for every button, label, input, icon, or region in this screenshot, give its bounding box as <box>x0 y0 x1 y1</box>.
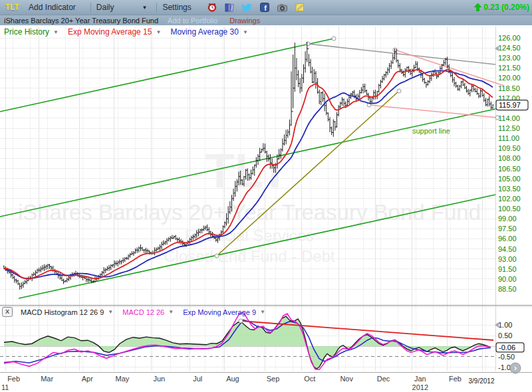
month-label: Feb <box>7 375 20 383</box>
trendline-handle[interactable] <box>495 116 499 120</box>
svg-text:108.00: 108.00 <box>498 154 521 162</box>
x-axis: FebMarAprMayJunJulAugSepOctNovDecJan2012… <box>1 375 495 391</box>
trendline <box>0 39 334 112</box>
trendline <box>308 44 495 64</box>
month-label: May <box>116 375 130 383</box>
legend-ema9[interactable]: Exp Moving Average 9 <box>183 308 256 316</box>
macd-pane: 1.000.50-0.50-1.00-0.06 <box>0 312 524 371</box>
svg-text:97.50: 97.50 <box>498 225 517 233</box>
svg-text:›: › <box>514 363 517 373</box>
toolbar-divider <box>156 3 157 12</box>
alarm-icon[interactable] <box>207 3 217 12</box>
legend-price-history[interactable]: Price History <box>4 27 49 37</box>
svg-text:-0.50: -0.50 <box>498 353 515 361</box>
macd-histogram-fill <box>4 316 491 369</box>
chevron-down-icon[interactable]: ▼ <box>53 29 59 35</box>
legend-ema15[interactable]: Exp Moving Average 15 <box>68 27 152 37</box>
macd-pane-legend: X MACD Histogram 12 26 9▼ MACD 12 26▼ Ex… <box>2 307 272 317</box>
chevron-down-icon[interactable]: ▼ <box>260 309 265 315</box>
add-indicator-button[interactable]: Add Indicator <box>29 3 76 12</box>
up-arrow-icon <box>474 3 481 11</box>
svg-text:103.50: 103.50 <box>498 185 521 193</box>
svg-text:124.50: 124.50 <box>498 44 521 52</box>
svg-text:121.50: 121.50 <box>498 64 521 72</box>
month-label: Dec <box>377 375 390 383</box>
chevron-down-icon[interactable]: ▼ <box>243 29 248 35</box>
svg-text:90.00: 90.00 <box>498 275 517 283</box>
timeframe-select[interactable]: Daily <box>96 3 114 12</box>
symbol-bar: iShares Barclays 20+ Year Treasury Bond … <box>0 15 532 25</box>
month-label: Nov <box>340 375 353 383</box>
svg-text:112.50: 112.50 <box>498 124 520 132</box>
svg-text:Closed End Fund - Debt: Closed End Fund - Debt <box>164 247 335 265</box>
toolbar-divider <box>90 3 91 12</box>
svg-text:109.50: 109.50 <box>498 144 521 152</box>
close-icon[interactable]: X <box>2 307 13 317</box>
svg-text:106.50: 106.50 <box>498 165 521 173</box>
last-date-label: 3/9/2012 <box>469 377 495 385</box>
svg-text:1.00: 1.00 <box>498 321 512 329</box>
month-label: Mar <box>41 375 53 383</box>
chevron-down-icon[interactable]: ▼ <box>142 5 148 11</box>
svg-text:91.50: 91.50 <box>498 265 517 273</box>
instrument-name: iShares Barclays 20+ Year Treasury Bond … <box>4 17 158 25</box>
chevron-down-icon[interactable]: ▼ <box>168 309 174 315</box>
svg-text:88.50: 88.50 <box>498 285 517 293</box>
trendline-handle[interactable] <box>239 319 243 323</box>
svg-text:-0.06: -0.06 <box>499 343 515 351</box>
note-icon[interactable] <box>295 3 305 12</box>
toolbar-icons: f <box>207 3 305 12</box>
month-label: Jul <box>193 375 202 383</box>
legend-ma30[interactable]: Moving Average 30 <box>170 27 239 37</box>
svg-text:105.00: 105.00 <box>498 175 521 183</box>
svg-text:102.00: 102.00 <box>498 195 521 203</box>
month-label: Jan <box>414 375 426 383</box>
svg-text:111.00: 111.00 <box>498 134 519 142</box>
month-label: Jun <box>153 375 165 383</box>
support-line-label: support line <box>412 127 450 135</box>
chevron-down-icon[interactable]: ▼ <box>108 309 113 315</box>
year-label: 11 <box>1 383 9 391</box>
chart-canvas[interactable]: 126.00124.50123.00121.50120.00118.50117.… <box>0 0 532 392</box>
trendline-handle[interactable] <box>215 254 219 258</box>
svg-text:100.50: 100.50 <box>498 205 521 213</box>
svg-text:0.50: 0.50 <box>498 332 512 340</box>
year-label: 2012 <box>412 383 428 391</box>
main-toolbar: TLT Add Indicator Daily ▼ Settings <box>0 0 532 15</box>
settings-button[interactable]: Settings <box>162 3 191 12</box>
svg-text:94.50: 94.50 <box>498 245 517 253</box>
month-label: Apr <box>82 375 93 383</box>
last-price-box: 115.97 <box>496 100 528 110</box>
quote-change: 0.23 (0.20%) <box>474 3 529 12</box>
trendline-handle[interactable] <box>332 37 336 41</box>
svg-text:123.00: 123.00 <box>498 54 521 62</box>
library-icon[interactable] <box>225 3 234 12</box>
month-label: Feb <box>449 375 462 383</box>
month-label: Oct <box>304 375 315 383</box>
svg-text:120.00: 120.00 <box>498 74 521 82</box>
month-label: Sep <box>267 375 280 383</box>
legend-macd-line[interactable]: MACD 12 26 <box>122 308 164 316</box>
month-label: Aug <box>226 375 239 383</box>
chevron-down-icon[interactable]: ▼ <box>156 29 161 35</box>
svg-text:115.97: 115.97 <box>499 101 521 109</box>
trendline-handle[interactable] <box>397 89 401 93</box>
svg-text:114.00: 114.00 <box>498 114 520 122</box>
symbol-ticker[interactable]: TLT <box>5 3 19 12</box>
charting-app: TLT Add Indicator Daily ▼ Settings <box>0 0 532 392</box>
trendline-handle[interactable] <box>306 42 310 46</box>
drawings-menu[interactable]: Drawings <box>229 17 260 25</box>
camera-icon[interactable] <box>277 3 287 12</box>
twitter-icon[interactable] <box>242 3 252 12</box>
quote-change-text: 0.23 (0.20%) <box>483 3 529 12</box>
svg-text:93.00: 93.00 <box>498 255 517 263</box>
legend-macd-histogram[interactable]: MACD Histogram 12 26 9 <box>21 308 104 316</box>
svg-text:96.00: 96.00 <box>498 235 517 243</box>
svg-text:f: f <box>264 4 267 12</box>
price-pane-legend: Price History▼ Exp Moving Average 15▼ Mo… <box>4 27 255 37</box>
facebook-icon[interactable]: f <box>260 3 269 12</box>
svg-text:99.00: 99.00 <box>498 215 517 223</box>
svg-text:126.00: 126.00 <box>498 34 521 42</box>
add-to-portfolio-link[interactable]: Add to Portfolio <box>168 17 217 25</box>
